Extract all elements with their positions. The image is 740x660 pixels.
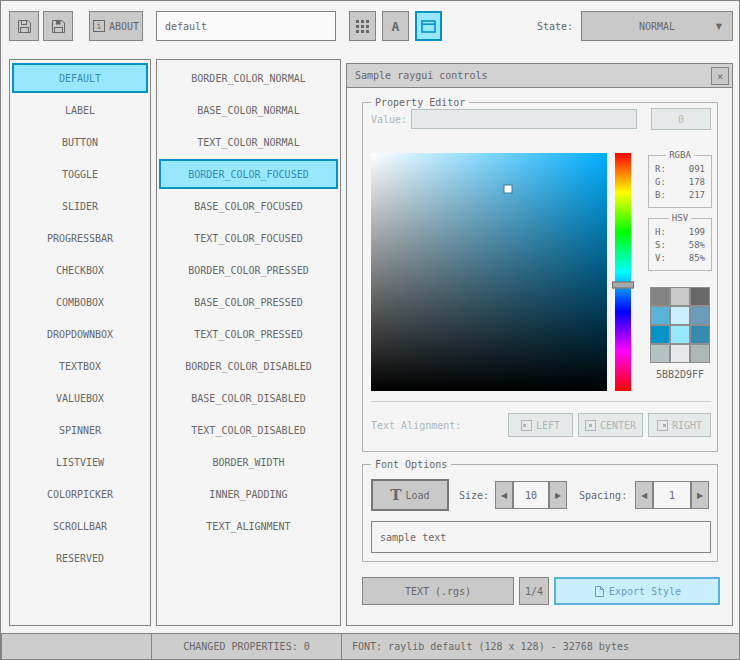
saturation-value: 58% bbox=[689, 239, 705, 252]
control-item-reserved[interactable]: RESERVED bbox=[12, 543, 148, 573]
align-center-button[interactable]: CENTER bbox=[578, 413, 643, 437]
property-item-base-color-pressed[interactable]: BASE_COLOR_PRESSED bbox=[159, 287, 338, 317]
style-color-swatch[interactable] bbox=[670, 287, 690, 306]
rgba-blue-row: B: 217 bbox=[655, 189, 705, 202]
spacing-increment-button[interactable]: ▶ bbox=[691, 481, 709, 509]
grid-view-button[interactable] bbox=[349, 11, 376, 41]
property-item-base-color-normal[interactable]: BASE_COLOR_NORMAL bbox=[159, 95, 338, 125]
export-style-button[interactable]: Export Style bbox=[554, 577, 720, 605]
save-style-button[interactable] bbox=[43, 11, 73, 41]
property-item-border-color-normal[interactable]: BORDER_COLOR_NORMAL bbox=[159, 63, 338, 93]
font-letter-icon: A bbox=[392, 19, 400, 34]
control-item-slider[interactable]: SLIDER bbox=[12, 191, 148, 221]
arrow-right-icon: ▶ bbox=[697, 491, 703, 500]
property-item-base-color-disabled[interactable]: BASE_COLOR_DISABLED bbox=[159, 383, 338, 413]
style-color-swatch[interactable] bbox=[690, 287, 710, 306]
style-color-swatch[interactable] bbox=[670, 325, 690, 344]
style-color-swatch[interactable] bbox=[650, 325, 670, 344]
align-left-button[interactable]: LEFT bbox=[508, 413, 573, 437]
style-view-button[interactable] bbox=[415, 11, 442, 41]
control-item-valuebox[interactable]: VALUEBOX bbox=[12, 383, 148, 413]
style-color-swatch[interactable] bbox=[650, 344, 670, 363]
size-value-box[interactable]: 10 bbox=[513, 481, 549, 509]
text-alignment-label: Text Alignment: bbox=[371, 413, 461, 437]
hsv-group: HSV H: 199 S: 58% V: 85% bbox=[648, 218, 712, 271]
property-item-text-color-pressed[interactable]: TEXT_COLOR_PRESSED bbox=[159, 319, 338, 349]
control-item-toggle[interactable]: TOGGLE bbox=[12, 159, 148, 189]
control-item-button[interactable]: BUTTON bbox=[12, 127, 148, 157]
style-color-swatch[interactable] bbox=[670, 306, 690, 325]
window-panel-icon bbox=[421, 20, 436, 33]
font-view-button[interactable]: A bbox=[382, 11, 409, 41]
control-item-textbox[interactable]: TEXTBOX bbox=[12, 351, 148, 381]
brightness-value: 85% bbox=[689, 252, 705, 265]
sample-text-input[interactable] bbox=[371, 521, 711, 553]
window-close-button[interactable]: × bbox=[711, 67, 729, 85]
rgba-group-label: RGBA bbox=[666, 150, 694, 161]
arrow-left-icon: ◀ bbox=[641, 491, 647, 500]
export-page-label: 1/4 bbox=[525, 586, 543, 597]
state-dropdown[interactable]: NORMAL ▼ bbox=[581, 11, 733, 41]
style-color-swatch[interactable] bbox=[650, 287, 670, 306]
property-item-text-color-focused[interactable]: TEXT_COLOR_FOCUSED bbox=[159, 223, 338, 253]
value-label: Value: bbox=[371, 109, 407, 129]
statusbar-left bbox=[1, 633, 152, 660]
control-item-progressbar[interactable]: PROGRESSBAR bbox=[12, 223, 148, 253]
style-color-swatch[interactable] bbox=[650, 306, 670, 325]
color-picker-panel[interactable] bbox=[371, 153, 607, 391]
property-item-border-width[interactable]: BORDER_WIDTH bbox=[159, 447, 338, 477]
property-item-inner-padding[interactable]: INNER_PADDING bbox=[159, 479, 338, 509]
font-load-label: Load bbox=[406, 490, 430, 501]
color-picker-cursor[interactable] bbox=[504, 185, 511, 192]
control-item-checkbox[interactable]: CHECKBOX bbox=[12, 255, 148, 285]
sample-controls-window: Sample raygui controls × Property Editor… bbox=[346, 63, 733, 626]
hex-color-value[interactable]: 5BB2D9FF bbox=[648, 369, 712, 380]
export-format-button[interactable]: TEXT (.rgs) bbox=[362, 577, 514, 605]
open-style-button[interactable] bbox=[9, 11, 39, 41]
hue-value: 199 bbox=[689, 226, 705, 239]
property-item-border-color-focused[interactable]: BORDER_COLOR_FOCUSED bbox=[159, 159, 338, 189]
control-item-combobox[interactable]: COMBOBOX bbox=[12, 287, 148, 317]
statusbar-font-info: FONT: raylib default (128 x 128) - 32768… bbox=[341, 633, 740, 660]
control-item-dropdownbox[interactable]: DROPDOWNBOX bbox=[12, 319, 148, 349]
property-item-text-color-normal[interactable]: TEXT_COLOR_NORMAL bbox=[159, 127, 338, 157]
property-item-border-color-pressed[interactable]: BORDER_COLOR_PRESSED bbox=[159, 255, 338, 285]
green-value: 178 bbox=[689, 176, 705, 189]
font-load-icon: T bbox=[390, 488, 401, 503]
style-color-swatch[interactable] bbox=[670, 344, 690, 363]
blue-label: B: bbox=[655, 189, 666, 202]
property-item-border-color-disabled[interactable]: BORDER_COLOR_DISABLED bbox=[159, 351, 338, 381]
hue-slider-handle[interactable] bbox=[612, 281, 634, 288]
style-color-swatch[interactable] bbox=[690, 306, 710, 325]
about-button-label: ABOUT bbox=[109, 21, 139, 32]
control-item-colorpicker[interactable]: COLORPICKER bbox=[12, 479, 148, 509]
size-increment-button[interactable]: ▶ bbox=[549, 481, 567, 509]
style-color-swatch[interactable] bbox=[690, 325, 710, 344]
style-color-palette bbox=[650, 287, 710, 363]
export-page-button[interactable]: 1/4 bbox=[519, 577, 549, 605]
rgba-green-row: G: 178 bbox=[655, 176, 705, 189]
close-icon: × bbox=[717, 70, 724, 83]
control-item-default[interactable]: DEFAULT bbox=[12, 63, 148, 93]
control-item-label[interactable]: LABEL bbox=[12, 95, 148, 125]
hue-bar[interactable] bbox=[615, 153, 631, 391]
control-item-spinner[interactable]: SPINNER bbox=[12, 415, 148, 445]
style-name-input[interactable] bbox=[156, 11, 336, 41]
style-color-swatch[interactable] bbox=[690, 344, 710, 363]
about-button[interactable]: i ABOUT bbox=[89, 11, 143, 41]
align-left-icon bbox=[521, 420, 532, 431]
control-item-listview[interactable]: LISTVIEW bbox=[12, 447, 148, 477]
property-item-base-color-focused[interactable]: BASE_COLOR_FOCUSED bbox=[159, 191, 338, 221]
spacing-decrement-button[interactable]: ◀ bbox=[635, 481, 653, 509]
property-item-text-color-disabled[interactable]: TEXT_COLOR_DISABLED bbox=[159, 415, 338, 445]
state-dropdown-value: NORMAL bbox=[639, 21, 675, 32]
spacing-value-box[interactable]: 1 bbox=[653, 481, 691, 509]
control-item-scrollbar[interactable]: SCROLLBAR bbox=[12, 511, 148, 541]
property-item-text-alignment[interactable]: TEXT_ALIGNMENT bbox=[159, 511, 338, 541]
info-icon: i bbox=[93, 20, 105, 32]
font-load-button[interactable]: T Load bbox=[371, 479, 449, 511]
align-right-button[interactable]: RIGHT bbox=[648, 413, 711, 437]
size-decrement-button[interactable]: ◀ bbox=[495, 481, 513, 509]
font-options-group: Font Options T Load Size: ◀ 10 ▶ Spacing… bbox=[362, 464, 718, 562]
arrow-left-icon: ◀ bbox=[501, 491, 507, 500]
